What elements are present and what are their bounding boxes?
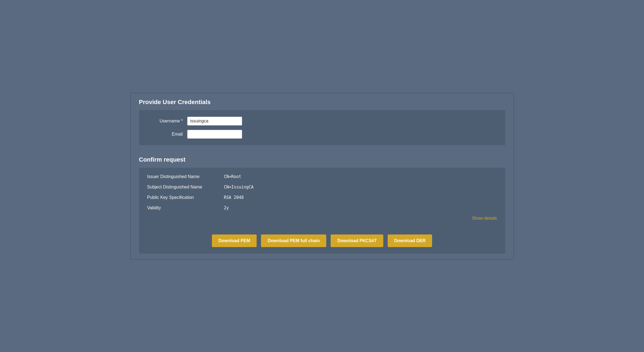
- credentials-section: Provide User Credentials Username * Emai…: [131, 93, 514, 153]
- download-pem-full-chain-button[interactable]: Download PEM full chain: [261, 234, 326, 247]
- username-label: Username *: [147, 119, 183, 124]
- detail-value: RSA 2048: [224, 195, 244, 200]
- email-row: Email: [147, 130, 497, 139]
- credentials-form: Username * Email: [139, 110, 505, 145]
- email-input[interactable]: [187, 130, 242, 139]
- confirm-title: Confirm request: [139, 156, 505, 163]
- show-details-button[interactable]: Show details: [472, 216, 497, 221]
- detail-value: CN=Root: [224, 174, 241, 179]
- email-label: Email: [147, 132, 183, 137]
- detail-row: Public Key SpecificationRSA 2048: [147, 195, 497, 200]
- show-details-row: Show details: [147, 216, 497, 221]
- detail-rows-container: Issuer Distinguished NameCN=RootSubject …: [147, 174, 497, 210]
- main-container: Provide User Credentials Username * Emai…: [130, 93, 514, 260]
- download-pem-button[interactable]: Download PEM: [212, 234, 257, 247]
- download-der-button[interactable]: Download DER: [388, 234, 432, 247]
- detail-label: Public Key Specification: [147, 195, 224, 200]
- username-input[interactable]: [187, 117, 242, 125]
- detail-value: 2y: [224, 205, 229, 210]
- detail-row: Validity2y: [147, 205, 497, 210]
- confirm-section: Confirm request Issuer Distinguished Nam…: [131, 153, 514, 259]
- credentials-title: Provide User Credentials: [139, 99, 505, 106]
- buttons-row: Download PEMDownload PEM full chainDownl…: [147, 229, 497, 247]
- detail-label: Issuer Distinguished Name: [147, 174, 224, 179]
- detail-row: Issuer Distinguished NameCN=Root: [147, 174, 497, 179]
- download-pkcs7-button[interactable]: Download PKCS#7: [331, 234, 383, 247]
- detail-row: Subject Distinguished NameCN=IssuingCA: [147, 185, 497, 190]
- detail-label: Validity: [147, 205, 224, 210]
- username-row: Username *: [147, 117, 497, 125]
- detail-label: Subject Distinguished Name: [147, 185, 224, 190]
- confirm-inner: Issuer Distinguished NameCN=RootSubject …: [139, 168, 505, 254]
- detail-value: CN=IssuingCA: [224, 185, 254, 190]
